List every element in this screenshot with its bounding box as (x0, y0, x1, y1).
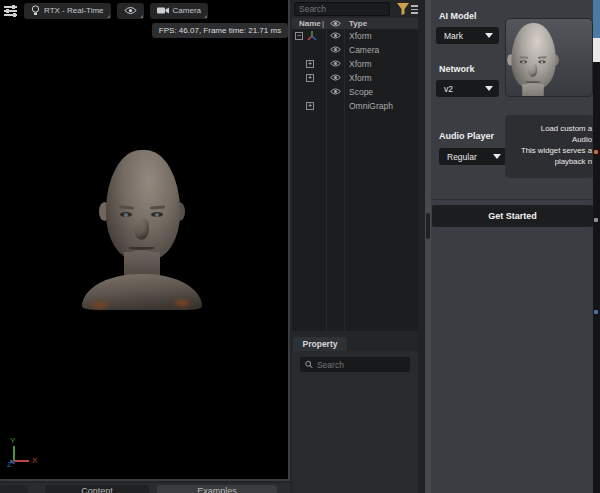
audio-player-select[interactable]: Regular (439, 148, 507, 165)
tab-examples[interactable]: Examples (157, 485, 277, 493)
model-thumbnail (505, 18, 593, 97)
edge-dot (594, 310, 598, 314)
right-edge-strip (593, 0, 600, 493)
tab-content[interactable]: Content (45, 485, 149, 493)
mark-head-model[interactable] (82, 150, 202, 310)
tree-row-xform-root[interactable]: − Xform (292, 29, 418, 43)
viewport-3d[interactable]: RTX - Real-Time Camera FPS: 46.07, Frame… (0, 0, 290, 481)
visibility-menu-button[interactable] (117, 3, 144, 19)
prim-type: Scope (349, 87, 373, 97)
bottom-tab-bar: Content Examples (0, 483, 290, 493)
property-panel (292, 351, 418, 493)
prim-type: Xform (349, 59, 372, 69)
prim-type: Xform (349, 73, 372, 83)
tree-row-xform-3[interactable]: + Xform (292, 71, 418, 85)
chevron-down-icon (485, 33, 493, 38)
tree-row-xform-2[interactable]: + Xform (292, 57, 418, 71)
expand-toggle[interactable]: + (306, 102, 314, 110)
axis-y-line (13, 446, 15, 461)
bottom-mini-tab[interactable] (0, 485, 28, 493)
property-search-input[interactable] (317, 360, 405, 370)
ai-model-select[interactable]: Mark (436, 27, 499, 44)
camera-icon (157, 6, 169, 15)
section-divider (431, 199, 593, 200)
tree-row-omnigraph[interactable]: + OmniGraph (292, 99, 418, 113)
edge-dot (594, 218, 598, 222)
audio-player-label: Audio Player (439, 131, 494, 141)
visibility-eye-icon[interactable] (330, 88, 341, 95)
property-search-box[interactable] (300, 357, 410, 372)
fps-indicator: FPS: 46.07, Frame time: 21.71 ms (152, 23, 288, 38)
visibility-eye-icon[interactable] (330, 46, 341, 53)
bust-skin-tint (92, 302, 108, 308)
tab-property[interactable]: Property (293, 337, 347, 351)
collapse-toggle[interactable]: − (295, 32, 303, 40)
stage-scrollbar[interactable] (418, 0, 425, 493)
axis-y-label: Y (10, 436, 15, 445)
stage-column-headers: Name | Type (292, 18, 418, 29)
tree-row-scope[interactable]: Scope (292, 85, 418, 99)
network-select[interactable]: v2 (436, 80, 499, 97)
column-type[interactable]: Type (349, 19, 367, 28)
scrollbar-thumb[interactable] (426, 213, 430, 239)
viewport-settings-button[interactable] (2, 3, 18, 19)
ai-model-label: AI Model (439, 11, 477, 21)
visibility-eye-icon[interactable] (330, 60, 341, 67)
tree-row-camera[interactable]: Camera (292, 43, 418, 57)
bust-head (106, 150, 180, 260)
axis-x-label: X (32, 456, 37, 465)
search-icon (305, 360, 313, 369)
chevron-down-icon (485, 86, 493, 91)
lightbulb-icon (31, 5, 40, 16)
filter-icon[interactable] (396, 2, 410, 16)
stage-search-box[interactable] (294, 2, 390, 16)
axis-x-line (14, 460, 29, 462)
stage-tree: − Xform Camera + (292, 29, 418, 331)
stage-panel: Name | Type − Xform (292, 0, 425, 493)
renderer-dropdown[interactable]: RTX - Real-Time (24, 3, 111, 19)
axis-gizmo: Y X Z (8, 438, 48, 468)
prim-type: Xform (349, 31, 372, 41)
audio-player-info: Load custom a Audio This widget serves a… (505, 115, 595, 178)
edge-dot (594, 150, 598, 154)
sliders-icon (4, 5, 17, 16)
prim-type: Camera (349, 45, 379, 55)
get-started-button[interactable]: Get Started (432, 205, 593, 227)
viewport-toolbar: RTX - Real-Time Camera (2, 2, 208, 19)
chevron-down-icon (493, 154, 501, 159)
bust-eye (120, 212, 132, 217)
network-label: Network (439, 64, 475, 74)
bust-nose (134, 218, 149, 240)
mark-thumbnail-head (505, 23, 569, 97)
eye-icon (124, 6, 137, 15)
visibility-eye-icon[interactable] (330, 32, 341, 39)
expand-toggle[interactable]: + (306, 74, 314, 82)
xform-axis-icon (306, 30, 318, 42)
camera-dropdown[interactable]: Camera (150, 3, 208, 19)
stage-search-input[interactable] (295, 4, 389, 14)
bust-eye (151, 212, 163, 217)
audio2face-panel: AI Model Mark Network v2 Audio Player Re… (431, 0, 593, 493)
expand-toggle[interactable]: + (306, 60, 314, 68)
visibility-eye-icon[interactable] (330, 74, 341, 81)
prim-type: OmniGraph (349, 101, 393, 111)
axis-z-label: Z (7, 460, 12, 469)
edge-blue-segment (593, 0, 600, 38)
app-window: RTX - Real-Time Camera FPS: 46.07, Frame… (0, 0, 600, 493)
camera-label: Camera (173, 6, 201, 15)
column-name[interactable]: Name (299, 19, 321, 28)
edge-scrollbar-thumb[interactable] (593, 38, 600, 62)
renderer-label: RTX - Real-Time (44, 6, 104, 15)
bust-skin-tint (174, 300, 190, 306)
visibility-column-eye-icon[interactable] (330, 20, 341, 27)
